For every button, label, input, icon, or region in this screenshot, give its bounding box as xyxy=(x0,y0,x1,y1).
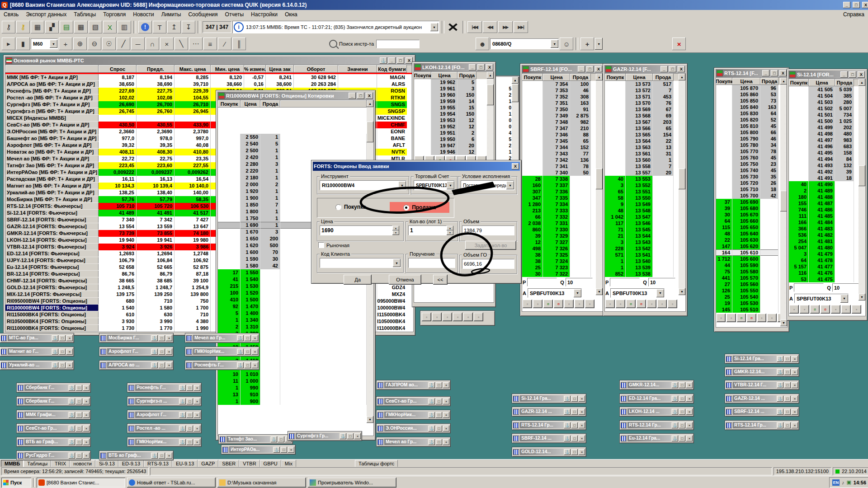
bid-qty-cell[interactable]: 58 xyxy=(605,195,626,201)
anchor-icon[interactable]: ⚓ xyxy=(237,362,244,368)
close-button[interactable]: × xyxy=(194,412,200,418)
close-button[interactable]: × xyxy=(686,422,693,428)
cell[interactable]: 227,55 xyxy=(175,162,211,169)
price-cell[interactable]: 105 610 xyxy=(732,249,760,256)
ask-qty-cell[interactable]: 385 xyxy=(835,93,854,99)
panel-button[interactable]: ¤ xyxy=(737,314,746,322)
maximize-button[interactable]: □ xyxy=(477,64,485,70)
price-cell[interactable]: 41 485 xyxy=(809,213,835,219)
cell[interactable]: 3 926 xyxy=(137,244,175,250)
price-cell[interactable]: 105 770 xyxy=(732,148,760,155)
quote-row[interactable]: 21 310 xyxy=(218,324,367,330)
quote-row[interactable]: 13 56313 xyxy=(605,144,679,150)
price-cell[interactable]: 19 951 xyxy=(431,130,458,136)
price-cell[interactable]: 7 349 xyxy=(543,113,570,119)
panel-button[interactable]: ▫ xyxy=(800,305,809,314)
price-cell[interactable]: 41 489 xyxy=(809,188,835,194)
price-cell[interactable]: 41 475 xyxy=(809,276,835,282)
collapse-button[interactable]: << xyxy=(433,275,448,285)
ask-qty-cell[interactable] xyxy=(260,310,280,317)
close-button[interactable]: × xyxy=(194,439,200,445)
quote-row[interactable]: 126105 550 xyxy=(716,287,780,294)
bid-qty-cell[interactable] xyxy=(605,94,626,100)
price-cell[interactable]: 41 479 xyxy=(809,251,835,257)
bid-qty-cell[interactable] xyxy=(414,85,431,92)
volume-icon[interactable]: ♪ xyxy=(842,480,844,485)
cell[interactable]: 1 248,5 xyxy=(99,284,137,291)
ask-qty-cell[interactable] xyxy=(653,264,674,271)
ask-qty-cell[interactable]: 34 xyxy=(760,142,778,148)
quote-row[interactable]: 7 35091 xyxy=(522,106,596,113)
bid-qty-cell[interactable] xyxy=(605,81,626,87)
bid-qty-cell[interactable] xyxy=(716,117,732,123)
security-code[interactable]: MXZ4 xyxy=(377,291,407,298)
quote-row[interactable]: 313 552 xyxy=(605,182,679,188)
anchor-icon[interactable]: ⚓ xyxy=(271,436,277,442)
price-cell[interactable]: 19 961 xyxy=(431,85,458,92)
scroll-thumb[interactable] xyxy=(487,84,494,105)
cell[interactable]: 105 720 xyxy=(137,203,175,210)
cell[interactable]: 16,11 xyxy=(99,176,137,183)
quote-row[interactable]: 307 322 xyxy=(522,271,596,277)
bid-qty-cell[interactable] xyxy=(716,110,732,117)
quote-row[interactable]: 13 56665 xyxy=(605,125,679,131)
ask-qty-cell[interactable] xyxy=(653,195,674,201)
cell[interactable]: 997,0 xyxy=(175,135,211,142)
price-cell[interactable]: 1 850 xyxy=(241,202,260,208)
bid-qty-cell[interactable] xyxy=(522,106,543,113)
minimized-window[interactable]: ГМКНорНик...⚓□× xyxy=(127,437,201,446)
ask-qty-cell[interactable] xyxy=(570,239,591,245)
cell[interactable]: 3 986 xyxy=(175,244,211,250)
market-checkbox[interactable]: Рыночная xyxy=(318,242,349,248)
scroll-up-icon[interactable]: ▲ xyxy=(596,74,603,80)
tab-GAZP[interactable]: GAZP xyxy=(198,460,218,467)
bid-qty-cell[interactable]: 180 xyxy=(789,194,809,200)
maximize-button[interactable]: □ xyxy=(76,439,82,445)
ask-qty-cell[interactable] xyxy=(570,188,591,195)
price-cell[interactable]: 1 550 xyxy=(241,269,260,276)
maximize-button[interactable]: □ xyxy=(571,409,578,415)
price-cell[interactable]: 105 740 xyxy=(732,167,760,174)
ask-qty-cell[interactable] xyxy=(760,243,778,249)
ask-qty-cell[interactable] xyxy=(570,207,591,214)
quote-row[interactable]: 105 85073 xyxy=(716,98,780,104)
ask-qty-cell[interactable] xyxy=(760,287,778,294)
quote-row[interactable]: 1900 xyxy=(218,398,367,405)
cell[interactable]: 3 990 xyxy=(137,318,175,325)
bid-qty-cell[interactable]: 71 xyxy=(605,226,626,233)
ask-qty-cell[interactable] xyxy=(835,270,854,276)
quote-row[interactable]: 397 329 xyxy=(522,233,596,239)
bid-qty-cell[interactable]: 21 xyxy=(605,233,626,239)
quote-row[interactable]: 287 338 xyxy=(522,176,596,182)
price-cell[interactable]: 105 720 xyxy=(732,180,760,186)
bid-qty-cell[interactable] xyxy=(716,186,732,192)
cell[interactable] xyxy=(99,115,137,122)
bid-qty-cell[interactable]: 1 xyxy=(605,264,626,271)
ask-qty-cell[interactable]: 150 xyxy=(458,92,476,98)
ask-qty-cell[interactable]: 52 xyxy=(760,117,778,123)
anchor-icon[interactable]: ⚓ xyxy=(52,335,58,341)
quote-row[interactable]: 3477 335 xyxy=(522,195,596,201)
close-button[interactable]: × xyxy=(166,349,172,355)
ask-qty-cell[interactable]: 46 xyxy=(760,136,778,142)
panel-button[interactable]: ▫ xyxy=(757,314,766,322)
price-cell[interactable]: 900 xyxy=(241,398,260,405)
ask-qty-cell[interactable]: 22 xyxy=(653,138,674,144)
cell[interactable]: 16,13 xyxy=(137,176,175,183)
price-cell[interactable]: 105 660 xyxy=(732,218,760,224)
bid-qty-cell[interactable] xyxy=(605,144,626,150)
bid-qty-cell[interactable] xyxy=(218,249,241,256)
bid-qty-cell[interactable]: 5 xyxy=(218,310,241,317)
bid-qty-cell[interactable] xyxy=(218,181,241,188)
cell[interactable]: 58,35 xyxy=(175,196,211,203)
bid-qty-cell[interactable] xyxy=(716,91,732,98)
close-button[interactable]: X xyxy=(366,93,373,99)
bid-qty-cell[interactable]: 100 xyxy=(218,290,241,296)
quote-row[interactable]: 36641 483 xyxy=(789,225,859,232)
tab-VTBR[interactable]: VTBR xyxy=(239,460,259,467)
security-code[interactable]: RI115000BK4 xyxy=(377,311,407,318)
account-combo[interactable]: SPBFUT00K13 ▼ xyxy=(414,180,455,190)
quote-row[interactable]: 7 354100 xyxy=(522,81,596,87)
ask-qty-cell[interactable] xyxy=(760,205,778,211)
bid-qty-cell[interactable] xyxy=(716,180,732,186)
